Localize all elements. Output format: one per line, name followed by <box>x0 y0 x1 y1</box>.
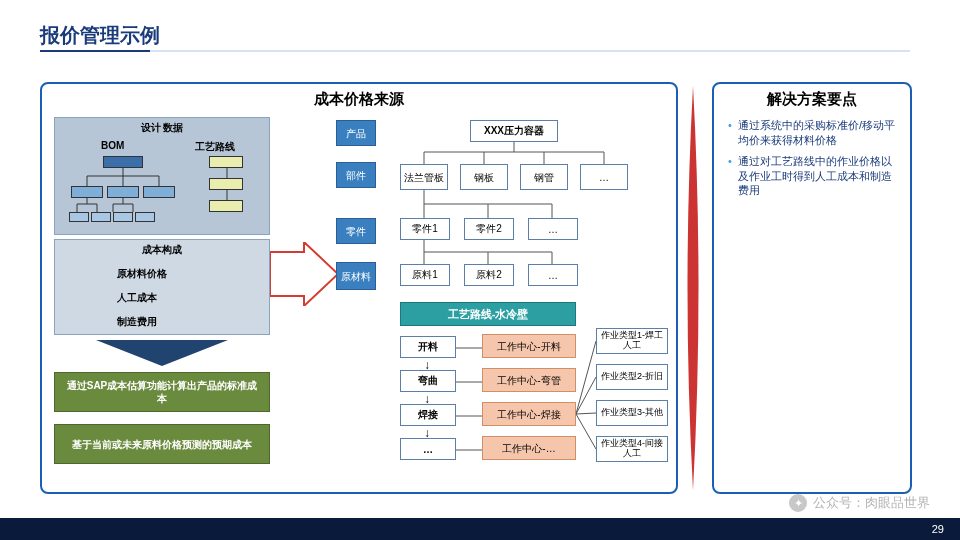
title-underline <box>40 50 910 52</box>
bom-label: BOM <box>101 140 124 151</box>
route-title-box: 工艺路线-水冷壁 <box>400 302 576 326</box>
svg-marker-0 <box>96 340 228 366</box>
watermark-text: 公众号：肉眼品世界 <box>813 494 930 512</box>
right-arrow-icon <box>270 242 338 306</box>
step-box: 弯曲 <box>400 370 456 392</box>
red-divider-icon <box>682 86 704 490</box>
work-center-box: 工作中心-焊接 <box>482 402 576 426</box>
component-node: 钢管 <box>520 164 568 190</box>
svg-marker-1 <box>270 242 338 306</box>
part-node: … <box>528 218 578 240</box>
panel-cost-source: 成本价格来源 设计 数据 BOM 工艺路线 成本构成 原材料价格 <box>40 82 678 494</box>
solution-bullet: 通过对工艺路线中的作业价格以及作业工时得到人工成本和制造费用 <box>728 154 900 199</box>
solution-bullet: 通过系统中的采购标准价/移动平均价来获得材料价格 <box>728 118 900 148</box>
route-diagram <box>197 156 255 226</box>
product-node: XXX压力容器 <box>470 120 558 142</box>
page-number: 29 <box>932 523 944 535</box>
green-note-sap: 通过SAP成本估算功能计算出产品的标准成本 <box>54 372 270 412</box>
activity-box: 作业类型2-折旧 <box>596 364 668 390</box>
route-label: 工艺路线 <box>195 140 235 154</box>
work-center-box: 工作中心-… <box>482 436 576 460</box>
step-box: 开料 <box>400 336 456 358</box>
wechat-icon: ✦ <box>789 494 807 512</box>
activity-box: 作业类型3-其他 <box>596 400 668 426</box>
material-node: 原料2 <box>464 264 514 286</box>
activity-box: 作业类型1-焊工人工 <box>596 328 668 354</box>
cost-composition-box: 成本构成 原材料价格 人工成本 制造费用 <box>54 239 270 335</box>
cost-item: 制造费用 <box>55 315 269 329</box>
green-note-forecast: 基于当前或未来原料价格预测的预期成本 <box>54 424 270 464</box>
panel-solution: 解决方案要点 通过系统中的采购标准价/移动平均价来获得材料价格 通过对工艺路线中… <box>712 82 912 494</box>
material-node: 原料1 <box>400 264 450 286</box>
footer-bar: 29 <box>0 518 960 540</box>
cost-item: 人工成本 <box>55 291 269 305</box>
page-title: 报价管理示例 <box>40 22 160 49</box>
down-arrow-icon <box>96 340 228 366</box>
cost-title: 成本构成 <box>55 240 269 257</box>
row-label-product: 产品 <box>336 120 376 146</box>
component-node: 法兰管板 <box>400 164 448 190</box>
work-center-box: 工作中心-弯管 <box>482 368 576 392</box>
cost-item: 原材料价格 <box>55 267 269 281</box>
watermark: ✦ 公众号：肉眼品世界 <box>789 494 930 512</box>
design-data-box: 设计 数据 BOM 工艺路线 <box>54 117 270 235</box>
component-node: … <box>580 164 628 190</box>
bom-diagram <box>69 156 169 226</box>
row-label-part: 零件 <box>336 218 376 244</box>
design-title: 设计 数据 <box>55 118 269 135</box>
panel-right-title: 解决方案要点 <box>714 84 910 112</box>
step-box: … <box>400 438 456 460</box>
material-node: … <box>528 264 578 286</box>
activity-box: 作业类型4-间接人工 <box>596 436 668 462</box>
part-node: 零件2 <box>464 218 514 240</box>
row-label-component: 部件 <box>336 162 376 188</box>
component-node: 钢板 <box>460 164 508 190</box>
panel-left-title: 成本价格来源 <box>42 84 676 112</box>
part-node: 零件1 <box>400 218 450 240</box>
work-center-box: 工作中心-开料 <box>482 334 576 358</box>
step-box: 焊接 <box>400 404 456 426</box>
row-label-material: 原材料 <box>336 262 376 290</box>
